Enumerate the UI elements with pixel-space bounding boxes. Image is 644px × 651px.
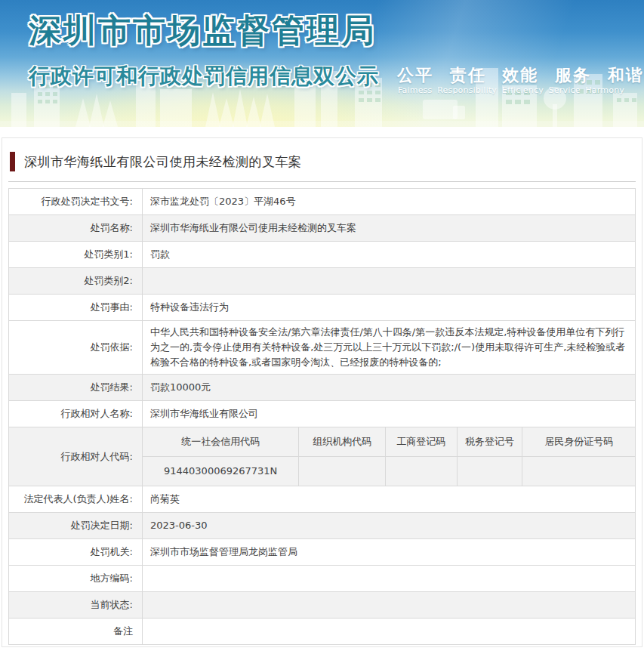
table-row: 处罚结果:罚款10000元 — [9, 375, 635, 401]
table-row: 处罚类别2: — [9, 268, 635, 295]
row-label: 行政相对人代码: — [9, 427, 143, 486]
penalty-info-table: 行政处罚决定书文号:深市监龙处罚〔2023〕平湖46号处罚名称:深圳市华海纸业有… — [8, 188, 636, 645]
row-label: 备注 — [9, 619, 143, 644]
codes-value-cell — [458, 457, 523, 486]
title-accent-bar — [10, 152, 15, 171]
codes-header-cell: 税务登记号 — [458, 427, 523, 456]
codes-table: 统一社会信用代码组织机构代码工商登记码税务登记号居民身份证号码914403000… — [143, 427, 635, 486]
table-row: 行政相对人名称:深圳市华海纸业有限公司 — [9, 401, 635, 427]
codes-value-cell — [522, 457, 635, 486]
row-value: 尚菊英 — [143, 486, 635, 512]
codes-header-cell: 工商登记码 — [386, 427, 458, 456]
row-label: 处罚决定日期: — [9, 513, 143, 538]
row-value: 深圳市市场监督管理局龙岗监管局 — [143, 539, 635, 565]
table-row: 备注 — [9, 619, 635, 645]
row-value — [143, 592, 635, 618]
row-value: 2023-06-30 — [143, 513, 635, 538]
row-label: 当前状态: — [9, 592, 143, 618]
codes-header-row: 统一社会信用代码组织机构代码工商登记码税务登记号居民身份证号码 — [143, 427, 635, 457]
table-row: 处罚名称:深圳市华海纸业有限公司使用未经检测的叉车案 — [9, 215, 635, 242]
table-row: 行政相对人代码:统一社会信用代码组织机构代码工商登记码税务登记号居民身份证号码9… — [9, 427, 635, 486]
row-value: 特种设备违法行为 — [143, 295, 635, 320]
row-value — [143, 566, 635, 591]
motto-en: Faimess Responsibility Efficiency Servic… — [398, 85, 624, 95]
codes-cell-group: 统一社会信用代码组织机构代码工商登记码税务登记号居民身份证号码914403000… — [143, 427, 635, 486]
row-label: 处罚事由: — [9, 295, 143, 320]
row-value — [143, 619, 635, 644]
table-row: 处罚机关:深圳市市场监督管理局龙岗监管局 — [9, 539, 635, 566]
table-row: 处罚类别1:罚款 — [9, 242, 635, 268]
codes-value-cell: 91440300069267731N — [143, 457, 299, 486]
row-value: 深市监龙处罚〔2023〕平湖46号 — [143, 189, 635, 214]
row-label: 处罚机关: — [9, 539, 143, 565]
table-row: 当前状态: — [9, 592, 635, 619]
row-label: 处罚类别2: — [9, 268, 143, 294]
row-label: 行政处罚决定书文号: — [9, 189, 143, 214]
row-value — [143, 268, 635, 294]
codes-header-cell: 统一社会信用代码 — [143, 427, 299, 456]
row-label: 处罚类别1: — [9, 242, 143, 267]
table-row: 处罚事由:特种设备违法行为 — [9, 295, 635, 321]
table-row: 处罚决定日期:2023-06-30 — [9, 513, 635, 539]
content-panel: 深圳市华海纸业有限公司使用未经检测的叉车案 行政处罚决定书文号:深市监龙处罚〔2… — [2, 137, 642, 647]
table-row: 行政处罚决定书文号:深市监龙处罚〔2023〕平湖46号 — [9, 189, 635, 215]
row-label: 法定代表人(负责人)姓名: — [9, 486, 143, 512]
row-label: 行政相对人名称: — [9, 401, 143, 427]
codes-value-row: 91440300069267731N — [143, 457, 635, 486]
motto-cn: 公平 责任 效能 服务 和谐 — [397, 64, 644, 87]
site-org-name: 深圳市市场监督管理局 — [29, 9, 376, 53]
codes-value-cell — [299, 457, 386, 486]
codes-header-cell: 居民身份证号码 — [522, 427, 635, 456]
page-title: 深圳市华海纸业有限公司使用未经检测的叉车案 — [24, 153, 302, 171]
row-value: 罚款 — [143, 242, 635, 267]
row-label: 处罚结果: — [9, 375, 143, 400]
codes-header-cell: 组织机构代码 — [299, 427, 386, 456]
site-header: 深圳市市场监督管理局 行政许可和行政处罚信用信息双公示 公平 责任 效能 服务 … — [0, 0, 644, 127]
row-label: 处罚依据: — [9, 321, 143, 374]
row-value: 罚款10000元 — [143, 375, 635, 400]
row-value: 深圳市华海纸业有限公司 — [143, 401, 635, 427]
table-row: 地方编码: — [9, 566, 635, 592]
row-label: 处罚名称: — [9, 215, 143, 241]
row-value: 中华人民共和国特种设备安全法/第六章法律责任/第八十四条/第一款违反本法规定,特… — [143, 321, 635, 374]
row-label: 地方编码: — [9, 566, 143, 591]
table-row: 法定代表人(负责人)姓名:尚菊英 — [9, 486, 635, 513]
case-title-row: 深圳市华海纸业有限公司使用未经检测的叉车案 — [8, 143, 636, 181]
codes-value-cell — [386, 457, 458, 486]
title-separator — [8, 181, 636, 182]
row-value: 深圳市华海纸业有限公司使用未经检测的叉车案 — [143, 215, 635, 241]
site-subtitle: 行政许可和行政处罚信用信息双公示 — [29, 62, 379, 91]
table-row: 处罚依据:中华人民共和国特种设备安全法/第六章法律责任/第八十四条/第一款违反本… — [9, 321, 635, 375]
